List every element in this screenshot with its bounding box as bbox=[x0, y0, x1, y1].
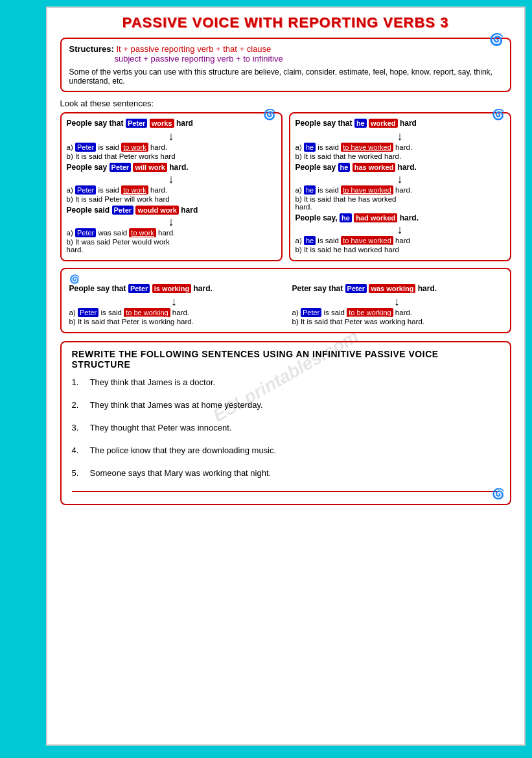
ex1-a2: a) Peter is said to work hard. bbox=[67, 186, 276, 194]
rewrite-text-5: Someone says that Mary was working that … bbox=[90, 468, 272, 478]
look-label: Look at these sentences: bbox=[60, 99, 511, 108]
ex1-b2: b) It is said Peter will work hard bbox=[67, 195, 276, 203]
rewrite-item-5: 5. Someone says that Mary was working th… bbox=[72, 468, 500, 478]
peter-b2: Peter bbox=[110, 163, 132, 172]
wasworking-wr: was working bbox=[369, 284, 415, 293]
tobeworking-wra: to be working bbox=[347, 308, 393, 317]
he-a1: he bbox=[304, 143, 316, 152]
scroll-decoration: 🌀 bbox=[489, 32, 503, 47]
page-title: PASSIVE VOICE WITH REPORTING VERBS 3 bbox=[60, 14, 511, 31]
worked-highlight: worked bbox=[369, 119, 398, 128]
working-box: 🌀 People say that Peter is working hard.… bbox=[60, 268, 511, 333]
peter-a1: Peter bbox=[75, 143, 96, 152]
ex1-a1: a) Peter is said to work hard. bbox=[67, 143, 276, 151]
ex2-b1: b) It is said that he worked hard. bbox=[295, 152, 505, 160]
rewrite-item-1: 1. They think that James is a doctor. bbox=[72, 377, 500, 387]
ex2-a2: a) he is said to have worked hard. bbox=[295, 186, 505, 194]
ex2-a1: a) he is said to have worked hard. bbox=[295, 143, 505, 151]
examples-row-1: 🌀 People say that Peter works hard ↓ a) … bbox=[60, 112, 511, 261]
ex2-b2: b) It is said that he has workedhard. bbox=[295, 195, 505, 211]
working-row: People say that Peter is working hard. ↓… bbox=[69, 284, 502, 327]
arrow3: ↓ bbox=[67, 216, 276, 228]
arrow2: ↓ bbox=[67, 173, 276, 185]
working-col-right: Peter say that Peter was working hard. ↓… bbox=[292, 284, 502, 327]
peter-wl: Peter bbox=[128, 284, 150, 293]
rewrite-item-3: 3. They thought that Peter was innocent. bbox=[72, 423, 500, 432]
ex1-a3: a) Peter was said to work hard. bbox=[67, 229, 276, 237]
peter-wra: Peter bbox=[301, 308, 321, 317]
working-left-a: a) Peter is said to be working hard. bbox=[69, 309, 279, 316]
rewrite-num-2: 2. bbox=[72, 400, 90, 410]
ex1-bold3: People said Peter would work hard bbox=[67, 206, 276, 215]
structure-desc: Some of the verbs you can use with this … bbox=[69, 67, 502, 86]
example-box-1: 🌀 People say that Peter works hard ↓ a) … bbox=[60, 112, 283, 261]
ex1-bold2: People say Peter will work hard. bbox=[67, 163, 276, 172]
hasworked-b2: has worked bbox=[353, 163, 396, 172]
peter-b3: Peter bbox=[112, 206, 134, 215]
structure-line1: Structures: It + passive reporting verb … bbox=[69, 44, 502, 54]
arrow-wl: ↓ bbox=[69, 296, 279, 307]
he-a3: he bbox=[304, 236, 316, 245]
ex1-b3: b) It was said Peter would workhard. bbox=[67, 238, 276, 254]
towork-a3: to work bbox=[129, 228, 156, 237]
working-right-b: b) It is said that Peter was working har… bbox=[292, 318, 502, 326]
willwork-b2: will work bbox=[133, 163, 167, 172]
rewrite-text-2: They think that James was at home yester… bbox=[90, 400, 263, 410]
ex2-bold2: People say he has worked hard. bbox=[295, 163, 505, 172]
he-highlight1: he bbox=[354, 119, 367, 128]
hadworked-b3: had worked bbox=[354, 213, 397, 222]
ex2-a3: a) he is said to have worked hard bbox=[295, 237, 505, 244]
working-left-b: b) It is said that Peter is working hard… bbox=[69, 318, 279, 326]
working-right-a: a) Peter is said to be working hard. bbox=[292, 309, 502, 316]
scroll-corner-br: 🌀 bbox=[492, 488, 505, 500]
scroll-corner-1: 🌀 bbox=[263, 108, 276, 121]
structure-text1: It + passive reporting verb + that + cla… bbox=[116, 44, 271, 54]
rewrite-text-1: They think that James is a doctor. bbox=[90, 377, 216, 387]
scroll-corner-3: 🌀 bbox=[69, 274, 502, 284]
rewrite-item-2: 2. They think that James was at home yes… bbox=[72, 400, 500, 410]
peter-a3: Peter bbox=[75, 228, 96, 237]
main-page: ESLprintables.com PASSIVE VOICE WITH REP… bbox=[46, 6, 526, 746]
wouldwork-b3: would work bbox=[135, 206, 179, 215]
towork-a2: to work bbox=[121, 185, 148, 195]
structure-label: Structures: bbox=[69, 44, 114, 54]
tohaveworked-a3: to have worked bbox=[341, 236, 393, 245]
ex1-b1: b) It is said that Peter works hard bbox=[67, 152, 276, 160]
rewrite-title: REWRITE THE FOLLOWING SENTENCES USING AN… bbox=[72, 349, 500, 370]
bottom-divider bbox=[72, 491, 500, 492]
rewrite-item-4: 4. The police know that they are downloa… bbox=[72, 445, 500, 455]
arrow5: ↓ bbox=[295, 173, 505, 185]
ex1-head1: People say that Peter works hard bbox=[67, 119, 276, 128]
ex2-b3: b) It is said he had worked hard bbox=[295, 246, 505, 254]
rewrite-text-4: The police know that they are downloadin… bbox=[90, 445, 277, 455]
works-highlight: works bbox=[150, 119, 174, 128]
working-left-head: People say that Peter is working hard. bbox=[69, 284, 279, 293]
tohaveworked-a1: to have worked bbox=[341, 143, 393, 152]
scroll-corner-2: 🌀 bbox=[492, 108, 505, 121]
rewrite-num-1: 1. bbox=[72, 377, 90, 387]
working-right-head: Peter say that Peter was working hard. bbox=[292, 284, 502, 293]
peter-a2: Peter bbox=[75, 185, 96, 195]
working-col-left: People say that Peter is working hard. ↓… bbox=[69, 284, 279, 327]
arrow6: ↓ bbox=[295, 224, 505, 235]
rewrite-box: REWRITE THE FOLLOWING SENTENCES USING AN… bbox=[60, 341, 511, 505]
towork-a1: to work bbox=[121, 143, 148, 152]
structure-line2: subject + passive reporting verb + to in… bbox=[115, 54, 502, 64]
ex2-head1: People say that he worked hard bbox=[295, 119, 505, 128]
structure-box: 🌀 Structures: It + passive reporting ver… bbox=[60, 38, 511, 92]
peter-wr: Peter bbox=[345, 284, 367, 293]
he-a2: he bbox=[304, 185, 316, 195]
ex2-bold3: People say, he had worked hard. bbox=[295, 213, 505, 222]
he-b3: he bbox=[340, 213, 352, 222]
peter-highlight: Peter bbox=[126, 119, 148, 128]
tohaveworked-a2: to have worked bbox=[341, 185, 393, 195]
rewrite-text-3: They thought that Peter was innocent. bbox=[90, 423, 232, 432]
rewrite-num-4: 4. bbox=[72, 445, 90, 455]
example-box-2: 🌀 People say that he worked hard ↓ a) he… bbox=[289, 112, 511, 261]
rewrite-num-3: 3. bbox=[72, 423, 90, 432]
arrow-wr: ↓ bbox=[292, 296, 502, 307]
arrow4: ↓ bbox=[295, 130, 505, 142]
isworking-wl: is working bbox=[152, 284, 191, 293]
he-b2: he bbox=[338, 163, 351, 172]
tobeworking-wla: to be working bbox=[124, 308, 170, 317]
